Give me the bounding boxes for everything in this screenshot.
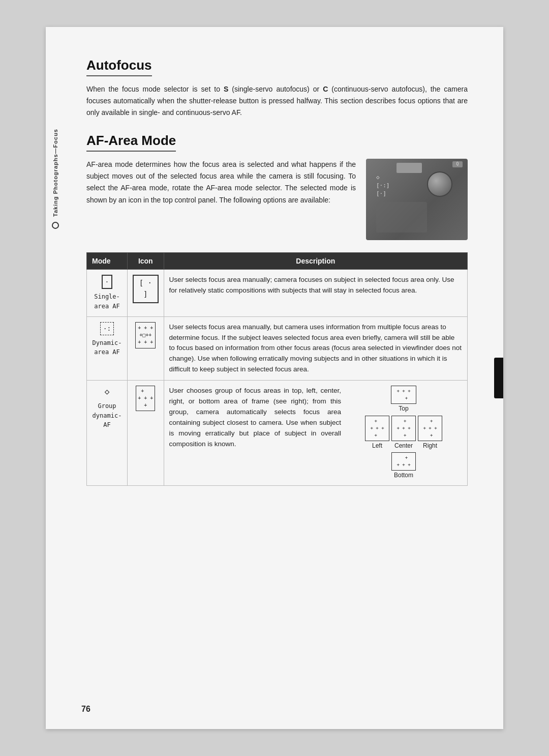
diagram-right: ++ + + + Right <box>418 416 442 450</box>
table-header-mode: Mode <box>87 253 128 270</box>
top-label: Top <box>391 404 416 414</box>
group-af-diagram: + + + + Top + + + ++ Left <box>345 386 462 480</box>
group-af-icon: ++ + + + <box>136 386 155 411</box>
center-box: ++ + + + <box>391 416 416 441</box>
group-af-content: User chooses group of focus areas in top… <box>169 386 462 480</box>
diagram-left: + + + ++ Left <box>365 416 389 450</box>
main-page: Taking Photographs—Focus Autofocus When … <box>46 27 503 729</box>
left-box: + + + ++ <box>365 416 389 441</box>
table-row-single-af: · Single-area AF [ · ] User selects focu… <box>87 270 468 316</box>
table-header-icon: Icon <box>128 253 164 270</box>
diagram-center: ++ + + + Center <box>391 416 416 450</box>
table-row-dynamic-af: ·: Dynamic-area AF + + ++□+++ + + User s… <box>87 316 468 381</box>
single-af-symbol: · <box>102 275 113 289</box>
page-tab <box>494 358 503 398</box>
diagram-top: + + + + Top <box>391 386 416 413</box>
mode-cell-group: ◇ Groupdynamic-AF <box>87 381 128 485</box>
top-box: + + + + <box>391 386 416 404</box>
icon-cell-dynamic: + + ++□+++ + + <box>128 316 164 381</box>
sidebar-circle-icon <box>52 222 59 229</box>
camera-image: ◇ [·:] [·] Q <box>366 159 468 240</box>
table-row-group-af: ◇ Groupdynamic-AF ++ + + + User chooses … <box>87 381 468 485</box>
sidebar-label: Taking Photographs—Focus <box>52 129 59 229</box>
icon-cell-group: ++ + + + <box>128 381 164 485</box>
autofocus-intro: When the focus mode selector is set to S… <box>86 83 468 119</box>
desc-cell-single: User selects focus area manually; camera… <box>164 270 467 316</box>
single-af-name: Single-area AF <box>92 292 122 311</box>
af-area-content: AF-area mode determines how the focus ar… <box>86 159 468 240</box>
camera-dial <box>427 171 452 197</box>
af-area-section: AF-Area Mode AF-area mode determines how… <box>86 133 468 485</box>
desc-cell-group: User chooses group of focus areas in top… <box>164 381 467 485</box>
autofocus-section: Autofocus When the focus mode selector i… <box>86 57 468 119</box>
dynamic-af-symbol: ·: <box>100 322 114 335</box>
bottom-label: Bottom <box>391 471 416 480</box>
af-area-description: AF-area mode determines how the focus ar… <box>86 159 356 206</box>
dynamic-af-icon: + + ++□+++ + + <box>135 322 156 348</box>
table-header-description: Description <box>164 253 467 270</box>
group-af-name: Groupdynamic-AF <box>92 401 122 430</box>
bottom-box: ++ + + <box>391 452 416 471</box>
af-mode-table: Mode Icon Description · Single-area AF [… <box>86 252 468 485</box>
group-af-text: User chooses group of focus areas in top… <box>169 386 341 450</box>
icon-cell-single: [ · ] <box>128 270 164 316</box>
mode-cell-dynamic: ·: Dynamic-area AF <box>87 316 128 381</box>
camera-icons: ◇ [·:] [·] <box>376 174 390 197</box>
autofocus-title: Autofocus <box>86 57 152 76</box>
page-number: 76 <box>81 705 90 714</box>
right-label: Right <box>418 441 442 451</box>
center-label: Center <box>391 441 416 451</box>
right-box: ++ + + + <box>418 416 442 441</box>
mode-cell-single: · Single-area AF <box>87 270 128 316</box>
single-af-icon: [ · ] <box>133 275 159 303</box>
group-af-symbol: ◇ <box>105 386 110 398</box>
dynamic-af-name: Dynamic-area AF <box>92 338 122 357</box>
diagram-middle-row: + + + ++ Left ++ + + + Center <box>365 416 442 450</box>
diagram-grid: + + + + Top + + + ++ Left <box>345 386 462 480</box>
desc-cell-dynamic: User selects focus area manually, but ca… <box>164 316 467 381</box>
camera-body: ◇ [·:] [·] Q <box>366 159 468 240</box>
af-area-title: AF-Area Mode <box>86 133 176 152</box>
diagram-bottom: ++ + + Bottom <box>391 452 416 480</box>
left-label: Left <box>365 441 389 451</box>
